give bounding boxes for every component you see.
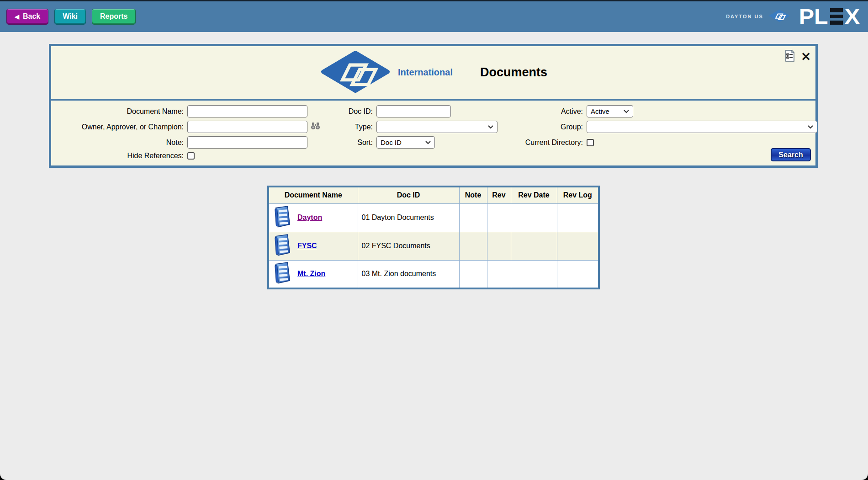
company-diamond-icon [769,10,790,24]
document-name-input[interactable] [187,105,307,117]
note-label: Note: [52,139,187,147]
report-options-icon[interactable] [785,50,794,64]
folder-documents-icon[interactable] [273,262,291,286]
hide-references-checkbox[interactable] [187,152,195,160]
rev-log-cell [557,203,599,232]
owner-label: Owner, Approver, or Champion: [52,123,187,131]
rev-cell [487,232,511,260]
owner-input[interactable] [187,121,307,133]
window-top-edge [0,0,868,1]
rev-date-cell [511,260,557,288]
company-brand: International [319,51,453,95]
document-link[interactable]: Dayton [297,213,322,222]
table-row: Mt. Zion 03 Mt. Zion documents [268,260,599,288]
rev-cell [487,203,511,232]
plex-logo: P L X [799,5,860,28]
back-arrow-icon: ◀ [15,14,19,20]
sort-select[interactable]: Doc ID [376,136,435,149]
chevron-down-icon [624,110,629,113]
search-form: Document Name: Doc ID: Active: Active Ow… [51,101,815,165]
note-cell [459,203,487,232]
panel-action-icons: ✕ [785,50,811,64]
back-button[interactable]: ◀ Back [6,9,48,25]
chevron-down-icon [808,125,813,129]
nav-buttons: ◀ Back Wiki Reports [6,9,136,25]
header-note: Note [459,187,487,203]
hide-references-label: Hide References: [52,152,187,160]
current-directory-label: Current Directory: [502,139,587,147]
plex-letter-p: P [799,6,814,27]
doc-id-cell: 03 Mt. Zion documents [358,260,459,288]
table-row: Dayton 01 Dayton Documents [268,203,599,232]
top-navigation-bar: ◀ Back Wiki Reports DAYTON US P L [0,0,868,32]
group-select[interactable] [587,121,817,133]
active-select-value: Active [591,107,609,115]
rev-date-cell [511,232,557,260]
doc-id-label: Doc ID: [325,107,376,116]
header-rev-date: Rev Date [511,187,557,203]
folder-documents-icon[interactable] [273,206,291,229]
binoculars-search-icon[interactable] [311,122,320,132]
rev-log-cell [557,232,599,260]
current-directory-checkbox[interactable] [587,139,594,146]
header-rev: Rev [487,187,511,203]
brand-area: DAYTON US P L X [726,5,860,28]
note-input[interactable] [187,136,307,149]
company-name: International [398,67,453,78]
doc-id-cell: 01 Dayton Documents [358,203,459,232]
note-cell [459,232,487,260]
chevron-down-icon [488,125,493,129]
plex-letter-l: L [814,6,828,27]
reports-button[interactable]: Reports [92,9,136,25]
table-header-row: Document Name Doc ID Note Rev Rev Date R… [268,187,599,203]
group-label: Group: [502,123,587,131]
company-logo-icon [319,51,392,95]
plex-letter-x: X [845,6,860,27]
header-rev-log: Rev Log [557,187,599,203]
environment-label: DAYTON US [726,14,763,19]
plex-letter-e-bars-icon [830,8,843,25]
note-cell [459,260,487,288]
rev-date-cell [511,203,557,232]
page-title: Documents [480,65,547,80]
back-button-label: Back [23,12,40,21]
table-row: FYSC 02 FYSC Documents [268,232,599,260]
app-window: ◀ Back Wiki Reports DAYTON US P L [0,0,868,480]
active-label: Active: [502,107,587,116]
panel-header: International Documents [51,46,815,99]
doc-id-cell: 02 FYSC Documents [358,232,459,260]
folder-documents-icon[interactable] [273,234,291,258]
wiki-button-label: Wiki [63,12,78,21]
rev-cell [487,260,511,288]
type-label: Type: [325,123,376,131]
type-select[interactable] [376,121,498,133]
active-select[interactable]: Active [587,105,633,117]
header-doc-id: Doc ID [358,187,459,203]
wiki-button[interactable]: Wiki [54,9,86,25]
document-link[interactable]: FYSC [297,242,317,250]
documents-results-table: Document Name Doc ID Note Rev Rev Date R… [267,186,600,289]
sort-select-value: Doc ID [381,139,402,146]
documents-search-panel: International Documents [49,44,818,168]
rev-log-cell [557,260,599,288]
close-icon[interactable]: ✕ [801,51,811,63]
doc-id-input[interactable] [376,105,451,117]
document-name-label: Document Name: [52,107,187,116]
sort-label: Sort: [325,139,376,147]
document-link[interactable]: Mt. Zion [297,270,325,278]
search-button[interactable]: Search [771,148,811,161]
header-document-name: Document Name [268,187,358,203]
reports-button-label: Reports [100,12,127,21]
chevron-down-icon [425,141,431,144]
